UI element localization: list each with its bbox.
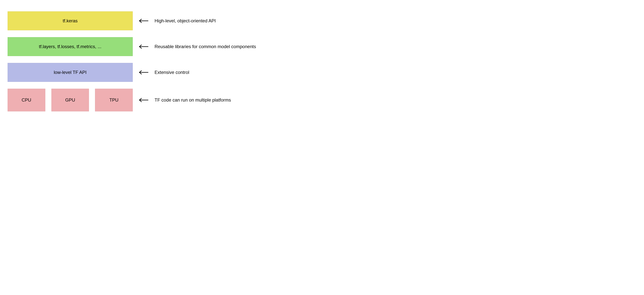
tensorflow-api-stack-diagram: tf.keras High-level, object-oriented API… xyxy=(8,11,292,111)
arrow-left-icon xyxy=(138,98,149,102)
hardware-label: GPU xyxy=(65,97,75,103)
layer-description: High-level, object-oriented API xyxy=(154,18,216,23)
layer-row-hardware: CPU GPU TPU TF code can run on multiple … xyxy=(8,89,292,111)
arrow-left-icon xyxy=(138,70,149,74)
hardware-block-cpu: CPU xyxy=(8,89,45,111)
layer-description: TF code can run on multiple platforms xyxy=(154,97,231,103)
hardware-block-gpu: GPU xyxy=(52,89,89,111)
arrow-left-icon xyxy=(138,19,149,23)
arrow-left-icon xyxy=(138,44,149,49)
hardware-label: TPU xyxy=(110,97,118,103)
layer-row-keras: tf.keras High-level, object-oriented API xyxy=(8,11,292,30)
hardware-block-tpu: TPU xyxy=(95,89,133,111)
layer-label: low-level TF API xyxy=(54,70,87,75)
layer-row-libraries: tf.layers, tf.losses, tf.metrics, ... Re… xyxy=(8,37,292,56)
layer-block-keras: tf.keras xyxy=(8,11,133,30)
layer-description: Reusable libraries for common model comp… xyxy=(154,44,256,49)
layer-description: Extensive control xyxy=(154,70,189,75)
hardware-label: CPU xyxy=(22,97,31,103)
layer-label: tf.keras xyxy=(63,18,78,23)
layer-block-libraries: tf.layers, tf.losses, tf.metrics, ... xyxy=(8,37,133,56)
layer-block-lowlevel: low-level TF API xyxy=(8,63,133,82)
layer-row-lowlevel: low-level TF API Extensive control xyxy=(8,63,292,82)
layer-label: tf.layers, tf.losses, tf.metrics, ... xyxy=(39,44,101,49)
